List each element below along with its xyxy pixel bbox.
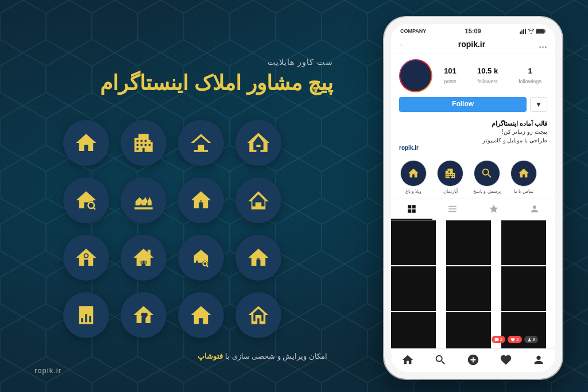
search-nav-icon[interactable] <box>434 354 447 366</box>
highlight-faq[interactable]: پرسش و پاسخ <box>473 160 501 194</box>
wifi-icon <box>528 29 534 34</box>
icon-house-1 <box>63 120 109 166</box>
comment-badge-icon <box>494 337 499 342</box>
post-5[interactable] <box>446 266 491 311</box>
post-2[interactable] <box>446 220 491 265</box>
carrier: COMPANY <box>400 28 426 34</box>
profile-section: 101 posts 10.5 k followers 1 followings <box>391 53 555 118</box>
tab-grid[interactable] <box>391 199 432 220</box>
search-icon <box>481 167 493 180</box>
person-icon <box>529 204 540 214</box>
status-bar: COMPANY 15:09 <box>391 24 555 37</box>
svg-rect-12 <box>523 29 524 34</box>
highlight-apartment[interactable]: آپارتمان <box>436 160 465 194</box>
bottom-nav <box>391 348 555 372</box>
bio-link[interactable]: ropik.ir <box>399 145 547 151</box>
post-1[interactable] <box>391 220 436 265</box>
bottom-text: امکان ویرایش و شخصی سازی با فتوشاپ <box>198 352 327 360</box>
phone-outer: COMPANY 15:09 <box>384 17 562 379</box>
icon-house-heart <box>121 292 167 338</box>
heart-count: 3 <box>516 337 519 342</box>
battery-icon <box>536 29 546 34</box>
icons-grid: i $ <box>63 120 333 338</box>
post-3[interactable] <box>501 220 546 265</box>
bio-line2: طراحی با موبایل و کامپیوتر <box>399 136 547 145</box>
ig-more-button[interactable]: ... <box>539 39 547 49</box>
ig-header: ← ropik.ir ... <box>391 37 555 53</box>
following-count: 1 <box>519 67 541 75</box>
home-nav-icon[interactable] <box>401 354 414 366</box>
followers-label: followers <box>477 79 498 84</box>
time: 15:09 <box>465 28 481 34</box>
star-icon <box>489 204 499 214</box>
avatar <box>399 59 432 92</box>
avatar-inner <box>400 60 431 91</box>
dropdown-button[interactable]: ▼ <box>530 97 547 112</box>
heart-badge-icon <box>510 337 515 342</box>
signal-icon <box>520 29 527 34</box>
ig-username: ropik.ir <box>458 40 485 49</box>
highlight-circle-contact <box>510 160 537 187</box>
highlight-label-villa: ویلا و باغ <box>405 189 421 194</box>
follow-row: Follow ▼ <box>399 97 547 112</box>
posts-label: posts <box>444 79 457 84</box>
bio-name: قالب آماده اینستاگرام <box>399 120 547 127</box>
tab-profile[interactable] <box>514 199 556 220</box>
post-6[interactable] <box>501 266 546 311</box>
highlight-circle-apartment <box>437 160 463 187</box>
icon-house-money: $ <box>235 235 281 281</box>
svg-line-2 <box>94 208 95 209</box>
profile-top: 101 posts 10.5 k followers 1 followings <box>399 59 547 92</box>
highlight-label-faq: پرسش و پاسخ <box>473 189 500 194</box>
icon-house-outline <box>235 120 281 166</box>
comment-badge: 2 <box>492 336 505 343</box>
icon-garage <box>121 235 167 281</box>
icon-house-info: i <box>178 177 224 223</box>
svg-rect-10 <box>520 32 521 34</box>
svg-rect-11 <box>521 30 523 34</box>
bio-line1: پیچت رو زیباتر کن! <box>399 127 547 136</box>
phone-mockup: COMPANY 15:09 <box>376 11 571 385</box>
apartment-icon <box>444 167 457 180</box>
left-panel: ست کاور هایلایت پیچ مشاور املاک اینستاگر… <box>0 0 356 392</box>
heart-nav-icon[interactable] <box>500 354 512 366</box>
user-badge-icon <box>527 337 532 342</box>
icon-house-3 <box>178 292 224 338</box>
phone-screen: COMPANY 15:09 <box>391 24 555 372</box>
svg-text:i: i <box>200 199 202 207</box>
icon-house-location <box>63 235 109 281</box>
highlight-villa[interactable]: ویلا و باغ <box>399 160 428 194</box>
stat-following: 1 followings <box>519 67 541 86</box>
icon-building <box>121 120 167 166</box>
add-nav-icon[interactable] <box>467 354 479 366</box>
icon-chart <box>63 292 109 338</box>
icon-house-4 <box>235 292 281 338</box>
list-icon <box>447 204 458 214</box>
ig-back[interactable]: ← <box>399 41 405 48</box>
highlight-circle-faq <box>474 160 500 187</box>
stat-followers: 10.5 k followers <box>477 67 498 86</box>
profile-nav-icon[interactable] <box>532 354 545 366</box>
comment-count: 2 <box>500 337 502 342</box>
user-badge: 8 <box>524 336 538 343</box>
svg-text:$: $ <box>257 257 260 264</box>
highlight-circle-villa <box>400 160 427 187</box>
icon-building-abstract <box>121 177 167 223</box>
post-4[interactable] <box>391 266 436 311</box>
icon-house-search <box>63 177 109 223</box>
user-count: 8 <box>533 337 535 342</box>
follow-button[interactable]: Follow <box>399 97 527 112</box>
following-label: followings <box>519 79 541 84</box>
stat-posts: 101 posts <box>444 67 457 86</box>
svg-rect-15 <box>536 29 544 33</box>
svg-point-5 <box>84 254 87 257</box>
highlight-label-contact: تماس با ما <box>514 189 533 194</box>
tab-list[interactable] <box>432 199 474 220</box>
highlight-label-apartment: آپارتمان <box>443 189 458 194</box>
svg-line-8 <box>207 265 208 267</box>
grid-icon <box>407 204 417 214</box>
highlight-contact[interactable]: تماس با ما <box>509 160 538 194</box>
tab-tagged[interactable] <box>473 199 514 220</box>
main-title: پیچ مشاور املاک اینستاگرام <box>34 70 333 97</box>
heart-badge: 3 <box>508 336 521 343</box>
